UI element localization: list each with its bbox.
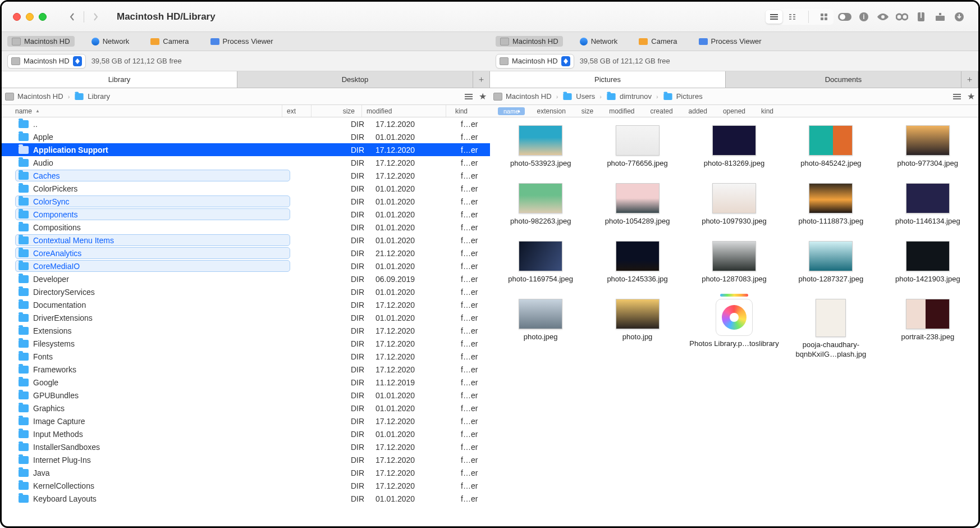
- preview-button[interactable]: [875, 10, 891, 24]
- file-row[interactable]: CoreAnalytics DIR 21.12.2020 f…er: [2, 247, 490, 260]
- file-row[interactable]: Filesystems DIR 17.12.2020 f…er: [2, 337, 490, 350]
- file-row[interactable]: ColorSync DIR 01.01.2020 f…er: [2, 195, 490, 208]
- grid-item[interactable]: Photos Library.p…toslibrary: [687, 299, 781, 359]
- breadcrumb-item[interactable]: Pictures: [663, 92, 703, 101]
- file-row[interactable]: ColorPickers DIR 01.01.2020 f…er: [2, 182, 490, 195]
- file-row[interactable]: Contextual Menu Items DIR 01.01.2020 f…e…: [2, 234, 490, 247]
- file-row[interactable]: DriverExtensions DIR 01.01.2020 f…er: [2, 311, 490, 324]
- file-row[interactable]: Image Capture DIR 17.12.2020 f…er: [2, 415, 490, 427]
- back-button[interactable]: [63, 10, 80, 24]
- header-kind[interactable]: kind: [446, 105, 490, 117]
- header-kind[interactable]: kind: [753, 105, 781, 117]
- grid-item[interactable]: photo.jpeg: [493, 299, 588, 359]
- file-row[interactable]: Apple DIR 01.01.2020 f…er: [2, 130, 490, 143]
- star-icon[interactable]: ★: [967, 91, 975, 102]
- file-row[interactable]: Developer DIR 06.09.2019 f…er: [2, 272, 490, 285]
- grid-item[interactable]: photo-1097930.jpeg: [687, 183, 781, 226]
- grid-item[interactable]: photo-1287083.jpeg: [687, 241, 781, 284]
- hidden-files-toggle[interactable]: [837, 10, 853, 24]
- file-row[interactable]: .. DIR 17.12.2020 f…er: [2, 117, 490, 130]
- grid-item[interactable]: photo-977304.jpeg: [881, 125, 975, 169]
- grid-item[interactable]: photo-1146134.jpeg: [881, 183, 975, 226]
- grid-item[interactable]: photo-813269.jpeg: [687, 125, 781, 169]
- grid-item[interactable]: pooja-chaudhary-bqnbKxiIG…plash.jpg: [784, 299, 878, 359]
- header-created[interactable]: created: [643, 105, 681, 117]
- add-tab-button[interactable]: ＋: [473, 71, 490, 88]
- grid-item[interactable]: photo-1118873.jpeg: [784, 183, 878, 226]
- grid-item[interactable]: photo-1054289.jpeg: [590, 183, 684, 226]
- file-row[interactable]: Documentation DIR 17.12.2020 f…er: [2, 298, 490, 311]
- grid-item[interactable]: photo-982263.jpeg: [493, 183, 588, 226]
- find-button[interactable]: [894, 10, 910, 24]
- header-extension[interactable]: extension: [529, 105, 573, 117]
- file-row[interactable]: Extensions DIR 17.12.2020 f…er: [2, 324, 490, 337]
- header-modified[interactable]: modified: [601, 105, 642, 117]
- star-icon[interactable]: ★: [479, 91, 487, 102]
- archive-button[interactable]: [913, 10, 929, 24]
- grid-item[interactable]: portrait-238.jpeg: [881, 299, 975, 359]
- file-row[interactable]: CoreMediaIO DIR 01.01.2020 f…er: [2, 260, 490, 272]
- download-button[interactable]: [951, 10, 967, 24]
- add-tab-button[interactable]: ＋: [961, 71, 978, 88]
- header-size[interactable]: size: [574, 105, 601, 117]
- header-opened[interactable]: opened: [715, 105, 753, 117]
- file-row[interactable]: Frameworks DIR 17.12.2020 f…er: [2, 363, 490, 376]
- column-view-button[interactable]: [785, 10, 802, 24]
- header-added[interactable]: added: [681, 105, 715, 117]
- info-button[interactable]: i: [856, 10, 872, 24]
- favorite-item[interactable]: Network: [87, 36, 134, 47]
- header-modified[interactable]: modified: [362, 105, 446, 117]
- list-view-button[interactable]: [766, 10, 782, 24]
- breadcrumb-item[interactable]: Macintosh HD: [493, 92, 552, 101]
- file-row[interactable]: Internet Plug-Ins DIR 17.12.2020 f…er: [2, 453, 490, 466]
- file-row[interactable]: Application Support DIR 17.12.2020 f…er: [2, 143, 490, 156]
- grid-item[interactable]: photo-533923.jpeg: [493, 125, 588, 169]
- favorite-item[interactable]: Camera: [146, 36, 193, 47]
- favorite-item[interactable]: Macintosh HD: [7, 36, 75, 47]
- file-row[interactable]: Fonts DIR 17.12.2020 f…er: [2, 350, 490, 363]
- grid-item[interactable]: photo-776656.jpeg: [590, 125, 684, 169]
- grid-item[interactable]: photo-1421903.jpeg: [881, 241, 975, 284]
- grid-item[interactable]: photo-1287327.jpeg: [784, 241, 878, 284]
- forward-button[interactable]: [88, 10, 104, 24]
- file-row[interactable]: Caches DIR 17.12.2020 f…er: [2, 169, 490, 182]
- favorite-item[interactable]: Camera: [634, 36, 681, 47]
- file-row[interactable]: Graphics DIR 01.01.2020 f…er: [2, 402, 490, 415]
- file-row[interactable]: Java DIR 17.12.2020 f…er: [2, 466, 490, 479]
- favorite-item[interactable]: Process Viewer: [694, 36, 766, 47]
- grid-item[interactable]: photo.jpg: [590, 299, 684, 359]
- tab[interactable]: Documents: [726, 71, 961, 88]
- file-row[interactable]: Audio DIR 17.12.2020 f…er: [2, 156, 490, 169]
- zoom-window-button[interactable]: [39, 13, 47, 21]
- tab[interactable]: Desktop: [237, 71, 473, 88]
- grid-item[interactable]: photo-1245336.jpg: [590, 241, 684, 284]
- minimize-window-button[interactable]: [26, 13, 34, 21]
- grid-item[interactable]: photo-845242.jpeg: [784, 125, 878, 169]
- file-row[interactable]: Compositions DIR 01.01.2020 f…er: [2, 221, 490, 234]
- columns-icon[interactable]: [952, 93, 961, 100]
- file-row[interactable]: KernelCollections DIR 17.12.2020 f…er: [2, 479, 490, 492]
- close-window-button[interactable]: [13, 13, 21, 21]
- share-button[interactable]: [932, 10, 948, 24]
- grid-item[interactable]: photo-1169754.jpeg: [493, 241, 588, 284]
- breadcrumb-item[interactable]: Macintosh HD: [5, 92, 63, 101]
- file-row[interactable]: DirectoryServices DIR 01.01.2020 f…er: [2, 285, 490, 298]
- breadcrumb-item[interactable]: Library: [74, 92, 110, 101]
- columns-icon[interactable]: [464, 93, 473, 100]
- header-name[interactable]: name: [2, 105, 282, 117]
- drive-selector-right[interactable]: Macintosh HD: [496, 54, 574, 69]
- file-row[interactable]: Keyboard Layouts DIR 01.01.2020 f…er: [2, 492, 490, 505]
- file-row[interactable]: Input Methods DIR 01.01.2020 f…er: [2, 427, 490, 440]
- file-row[interactable]: Google DIR 11.12.2019 f…er: [2, 376, 490, 389]
- file-row[interactable]: GPUBundles DIR 01.01.2020 f…er: [2, 389, 490, 402]
- favorite-item[interactable]: Macintosh HD: [496, 36, 563, 47]
- header-name[interactable]: name ▲: [490, 105, 529, 117]
- favorite-item[interactable]: Process Viewer: [206, 36, 278, 47]
- favorite-item[interactable]: Network: [575, 36, 622, 47]
- file-row[interactable]: Components DIR 01.01.2020 f…er: [2, 208, 490, 221]
- tab[interactable]: Pictures: [490, 71, 726, 88]
- header-ext[interactable]: ext: [282, 105, 312, 117]
- breadcrumb-item[interactable]: Users: [562, 92, 595, 101]
- icon-view-button[interactable]: [816, 10, 832, 24]
- header-size[interactable]: size: [312, 105, 362, 117]
